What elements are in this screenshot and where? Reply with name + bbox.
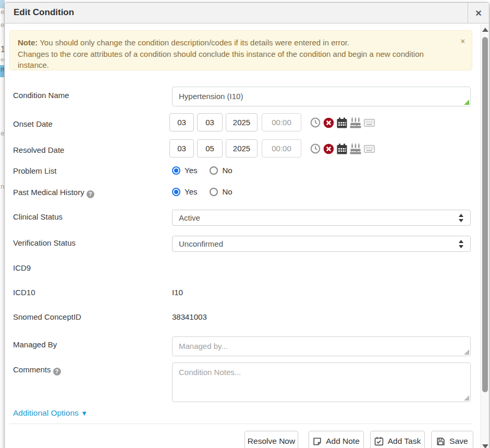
footer-divider bbox=[9, 423, 472, 424]
select-arrows-icon bbox=[458, 214, 464, 222]
problem-list-no-radio[interactable] bbox=[210, 166, 218, 175]
resolved-date-icons bbox=[310, 143, 375, 154]
note-line1: You should only change the condition des… bbox=[38, 38, 349, 47]
modal-header: Edit Condition ✕ bbox=[5, 3, 489, 23]
save-label: Save bbox=[449, 437, 468, 446]
verification-status-select[interactable]: Unconfirmed bbox=[172, 236, 471, 252]
birthday-cake-icon[interactable] bbox=[350, 143, 361, 154]
managed-by-label: Managed By bbox=[13, 340, 57, 350]
onset-month-input[interactable] bbox=[169, 113, 194, 131]
clock-icon[interactable] bbox=[310, 117, 321, 128]
resolved-year-input[interactable] bbox=[226, 139, 258, 158]
clear-date-icon[interactable] bbox=[323, 117, 334, 128]
verification-status-label: Verification Status bbox=[13, 238, 76, 248]
icd10-value: I10 bbox=[172, 287, 183, 298]
past-medical-history-label-text: Past Medical History bbox=[13, 188, 84, 197]
note-icon bbox=[313, 437, 322, 446]
clear-date-icon[interactable] bbox=[323, 143, 334, 154]
chevron-down-icon: ▼ bbox=[81, 409, 88, 417]
save-icon bbox=[436, 437, 445, 446]
scrollbar-up-arrow[interactable] bbox=[482, 28, 488, 32]
close-button[interactable]: ✕ bbox=[468, 3, 489, 23]
past-medical-history-no-label: No bbox=[222, 187, 232, 196]
add-task-button[interactable]: Add Task bbox=[370, 431, 425, 448]
problem-list-radio-group: Yes No bbox=[172, 166, 232, 175]
help-icon[interactable]: ? bbox=[87, 190, 94, 198]
condition-name-label: Condition Name bbox=[13, 90, 69, 101]
problem-list-yes-radio[interactable] bbox=[172, 166, 180, 175]
keyboard-icon[interactable] bbox=[364, 119, 375, 127]
note-dismiss-icon[interactable]: × bbox=[461, 36, 465, 47]
past-medical-history-yes-radio[interactable] bbox=[172, 188, 180, 196]
resolved-day-input[interactable] bbox=[197, 139, 223, 158]
condition-name-input[interactable]: Hypertension (I10) bbox=[172, 87, 471, 106]
keyboard-icon[interactable] bbox=[364, 145, 375, 153]
resolve-now-button[interactable]: Resolve Now bbox=[244, 431, 298, 448]
past-medical-history-no-radio[interactable] bbox=[210, 188, 218, 196]
past-medical-history-radio-group: Yes No bbox=[172, 187, 232, 196]
snomed-conceptid-value: 38341003 bbox=[172, 312, 207, 322]
select-arrows-icon bbox=[458, 240, 464, 248]
add-note-label: Add Note bbox=[326, 437, 360, 446]
clinical-status-select[interactable]: Active bbox=[172, 210, 471, 226]
note-label: Note: bbox=[18, 38, 38, 47]
close-icon: ✕ bbox=[475, 8, 482, 18]
scrollbar-thumb[interactable] bbox=[482, 37, 488, 392]
clinical-status-label: Clinical Status bbox=[13, 212, 63, 222]
modal-title: Edit Condition bbox=[14, 7, 74, 18]
scrollbar-down-arrow[interactable] bbox=[482, 444, 488, 448]
problem-list-no-label: No bbox=[222, 166, 232, 175]
task-calendar-icon bbox=[374, 437, 384, 446]
additional-options-label: Additional Options bbox=[13, 408, 79, 417]
page: e e 1 ec m e ne Edit Condition ✕ Note: Y… bbox=[0, 0, 490, 448]
managed-by-input[interactable] bbox=[172, 336, 471, 356]
onset-time-input[interactable] bbox=[262, 113, 301, 131]
snomed-conceptid-label: Snomed ConceptID bbox=[13, 312, 81, 322]
comments-label: Comments? bbox=[13, 365, 61, 376]
help-icon[interactable]: ? bbox=[53, 368, 61, 376]
verification-status-value: Unconfirmed bbox=[179, 239, 223, 248]
onset-year-input[interactable] bbox=[226, 113, 258, 131]
warning-note: Note: You should only change the conditi… bbox=[9, 30, 472, 70]
onset-day-input[interactable] bbox=[197, 113, 223, 131]
clock-icon[interactable] bbox=[310, 143, 321, 154]
onset-date-icons bbox=[310, 117, 375, 128]
comments-input[interactable] bbox=[172, 362, 471, 402]
problem-list-yes-label: Yes bbox=[185, 166, 197, 175]
problem-list-label: Problem List bbox=[13, 166, 56, 176]
calendar-icon[interactable] bbox=[337, 117, 347, 128]
resolved-time-input[interactable] bbox=[262, 139, 301, 158]
additional-options-link[interactable]: Additional Options ▼ bbox=[13, 408, 88, 418]
note-line2: Changes to the core attributes of a cond… bbox=[18, 50, 424, 70]
past-medical-history-label: Past Medical History? bbox=[13, 187, 94, 198]
resolved-date-label: Resolved Date bbox=[13, 145, 64, 155]
add-task-label: Add Task bbox=[388, 437, 421, 446]
edit-condition-modal: Edit Condition ✕ Note: You should only c… bbox=[4, 2, 489, 448]
scrollbar[interactable] bbox=[480, 24, 489, 448]
add-note-button[interactable]: Add Note bbox=[309, 431, 364, 448]
birthday-cake-icon[interactable] bbox=[350, 117, 361, 128]
save-button[interactable]: Save bbox=[431, 431, 473, 448]
icd10-label: ICD10 bbox=[13, 287, 35, 298]
icd9-label: ICD9 bbox=[13, 263, 31, 273]
clinical-status-value: Active bbox=[179, 213, 200, 222]
calendar-icon[interactable] bbox=[337, 143, 347, 154]
resolved-month-input[interactable] bbox=[169, 139, 194, 158]
comments-label-text: Comments bbox=[13, 365, 51, 374]
onset-date-label: Onset Date bbox=[13, 119, 53, 129]
resolve-now-label: Resolve Now bbox=[248, 437, 295, 446]
past-medical-history-yes-label: Yes bbox=[185, 187, 197, 196]
